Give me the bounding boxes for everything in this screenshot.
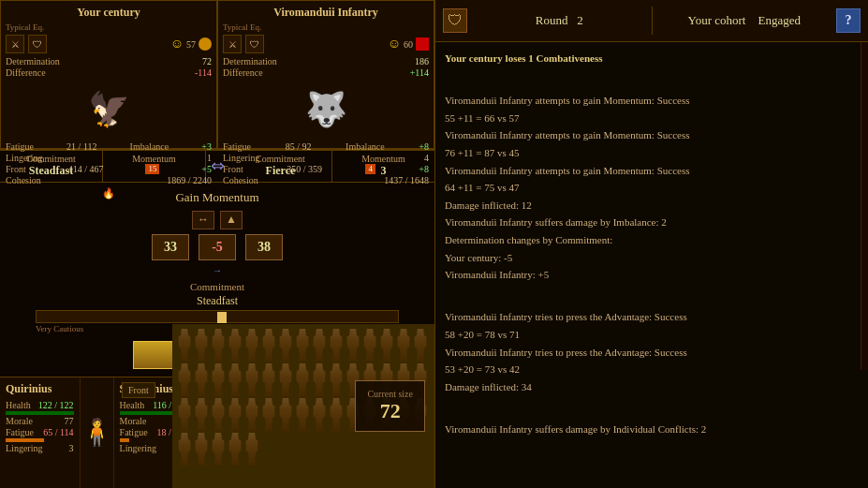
slider-label: Commitment	[7, 281, 427, 292]
log-line: 64 +11 = 75 vs 47	[445, 180, 859, 197]
front-bonus-right: +8	[419, 164, 429, 174]
log-line: Viromanduii Infantry suffers damage by I…	[445, 421, 859, 438]
slider-thumb[interactable]	[217, 312, 227, 323]
q-fatigue-label: Fatigue	[6, 427, 34, 437]
main-container: Your century Typical Eq. ⚔ 🛡 ☺ 57 Determ…	[0, 0, 868, 488]
det-label-right: Determination	[223, 56, 277, 67]
imbalance-label-left: Imbalance	[130, 141, 169, 152]
your-century-title: Your century	[6, 6, 212, 20]
cohort-label: Your cohort	[688, 13, 746, 27]
scroll-strip[interactable]	[861, 42, 868, 370]
diff-val-left: -114	[195, 67, 212, 78]
quirinius-name: Quirinius	[6, 382, 74, 396]
q-fatigue-bar	[6, 438, 44, 442]
log-line	[445, 72, 859, 89]
q-morale-label: Morale	[6, 416, 33, 426]
viromanduii-title: Viromanduii Infantry	[223, 6, 429, 20]
det-label-left: Determination	[6, 56, 60, 67]
q-morale-val: 77	[65, 416, 74, 426]
diff-label-left: Difference	[6, 67, 46, 78]
your-century-typical: Typical Eq.	[6, 22, 212, 32]
round-num: 2	[577, 13, 583, 27]
front-val-right: 350 / 359	[287, 164, 322, 174]
log-line	[445, 400, 859, 417]
slider-left-label: Very Cautious	[36, 324, 83, 333]
fatigue-val-right: 85 / 92	[286, 141, 312, 152]
log-line: Viromanduii Infantry attempts to gain Mo…	[445, 163, 859, 180]
cohesion-val-left: 1869 / 2240	[167, 175, 212, 185]
smiley-icon-left: ☺	[170, 37, 184, 52]
expand-btn[interactable]: ↔	[192, 211, 214, 229]
imbalance-val-left: +3	[201, 141, 212, 152]
log-line: Your century loses 1 Combativeness	[445, 51, 859, 67]
lingering-val-right: 4	[424, 153, 429, 163]
battle-log: Your century loses 1 Combativeness Virom…	[435, 42, 868, 488]
arrow-between-dice: →	[213, 265, 222, 275]
sword-icon-right: ⚔	[223, 35, 242, 53]
q-lingering-label: Lingering	[6, 443, 42, 453]
log-line: Viromanduii Infantry: +5	[445, 267, 859, 284]
s-health-label: Health	[120, 400, 145, 410]
cohesion-val-right: 1437 / 1648	[384, 175, 429, 185]
s-fatigue-label: Fatigue	[120, 427, 148, 437]
dice-row: 33 -5 38	[7, 234, 427, 260]
units-row: Your century Typical Eq. ⚔ 🛡 ☺ 57 Determ…	[0, 0, 434, 150]
det-val-left: 72	[202, 56, 212, 67]
wolf-icon: 🐺	[305, 90, 347, 129]
battle-header: 🛡 Round 2 Your cohort Engaged ?	[435, 0, 868, 42]
smiley-icon-right: ☺	[388, 37, 401, 52]
right-panel: 🛡 Round 2 Your cohort Engaged ? Your cen…	[435, 0, 868, 488]
smiley-val-left: 57	[186, 39, 196, 50]
fire-icon-left: 🔥	[102, 187, 115, 199]
shield-slot-icon-right: 🛡	[245, 35, 264, 53]
lingering-label-right: Lingering	[223, 153, 259, 163]
header-divider	[652, 7, 653, 35]
q-health-val: 122 / 122	[38, 400, 74, 410]
log-line: 55 +11 = 66 vs 57	[445, 111, 859, 127]
wolf-image: 🐺	[298, 81, 354, 138]
front-diff-right: 4	[365, 164, 375, 174]
shield-slot-icon: 🛡	[28, 35, 47, 53]
q-lingering-val: 3	[69, 443, 74, 453]
fatigue-label-left: Fatigue	[6, 141, 34, 152]
decrease-btn[interactable]: ▲	[220, 211, 243, 229]
lingering-val-left: 1	[207, 153, 212, 163]
dice-2: -5	[199, 234, 236, 260]
log-line: Damage inflicted: 12	[445, 198, 859, 214]
cohesion-label-left: Cohesion	[6, 175, 41, 185]
round-label: Round	[536, 13, 568, 27]
soldiers-background: .sol { width: 16px; height: 35px; backgr…	[172, 324, 434, 488]
dice-3: 38	[245, 234, 283, 260]
det-val-right: 186	[415, 56, 429, 67]
log-line	[445, 288, 859, 305]
viromanduii-typical: Typical Eq.	[223, 22, 429, 32]
commitment-slider[interactable]	[36, 310, 399, 323]
s-morale-label: Morale	[120, 416, 147, 426]
bottom-units-row: Quirinius Health 122 / 122 Morale 77 Fat…	[0, 377, 434, 488]
current-size-box: Current size 72	[355, 380, 425, 432]
log-line: Viromanduii Infantry attempts to gain Mo…	[445, 127, 859, 144]
fatigue-val-left: 21 / 112	[66, 141, 96, 152]
dice-1: 33	[152, 234, 189, 260]
slider-current-val: Steadfast	[7, 294, 427, 308]
imbalance-label-right: Imbalance	[346, 141, 385, 152]
round-display: Round 2	[475, 13, 644, 28]
log-line: Viromanduii Infantry tries to press the …	[445, 345, 859, 362]
log-line: 76 +11 = 87 vs 45	[445, 145, 859, 162]
cohort-status: Engaged	[758, 13, 800, 27]
red-box-right	[416, 37, 429, 51]
log-line: Your century: -5	[445, 250, 859, 267]
quirinius-card: Quirinius Health 122 / 122 Morale 77 Fat…	[0, 377, 81, 488]
help-button[interactable]: ?	[836, 8, 861, 33]
log-line: 53 +20 = 73 vs 42	[445, 362, 859, 378]
diff-val-right: +114	[410, 67, 429, 78]
eagle-icon: 🦅	[88, 90, 130, 129]
log-line: Viromanduii Infantry attempts to gain Mo…	[445, 93, 859, 110]
cohort-display: Your cohort Engaged	[660, 13, 830, 28]
q-health-bar	[6, 411, 74, 415]
smiley-val-right: 60	[404, 39, 413, 50]
centurion-figure: 🧍	[81, 417, 113, 448]
coin-icon-left	[199, 37, 212, 51]
eagle-image: 🦅	[81, 81, 137, 138]
sword-icon: ⚔	[6, 35, 24, 53]
